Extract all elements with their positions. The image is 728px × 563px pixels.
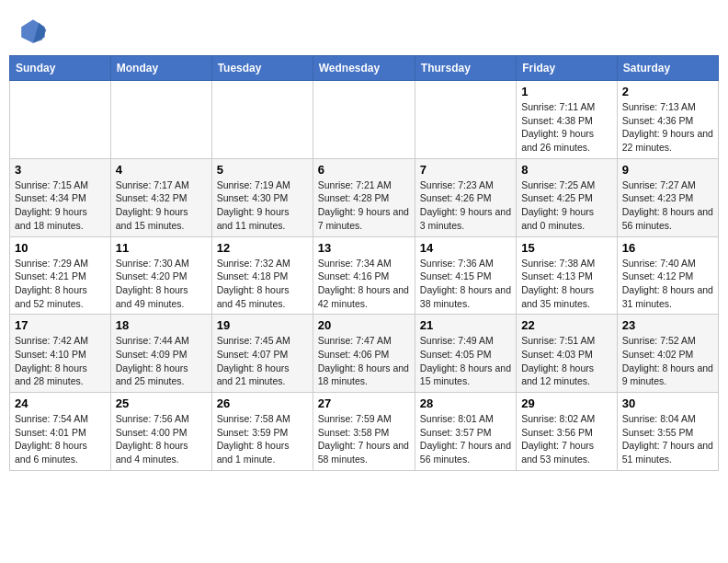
calendar-week-row: 10Sunrise: 7:29 AM Sunset: 4:21 PM Dayli…	[10, 236, 719, 315]
day-info: Sunrise: 8:01 AM Sunset: 3:57 PM Dayligh…	[420, 412, 511, 466]
day-info: Sunrise: 7:38 AM Sunset: 4:13 PM Dayligh…	[521, 257, 612, 311]
day-number: 18	[116, 318, 207, 332]
calendar-table: SundayMondayTuesdayWednesdayThursdayFrid…	[9, 55, 719, 471]
calendar-cell: 26Sunrise: 7:58 AM Sunset: 3:59 PM Dayli…	[211, 393, 313, 471]
calendar-cell: 4Sunrise: 7:17 AM Sunset: 4:32 PM Daylig…	[110, 158, 211, 236]
day-info: Sunrise: 7:59 AM Sunset: 3:58 PM Dayligh…	[318, 412, 410, 466]
day-info: Sunrise: 7:15 AM Sunset: 4:34 PM Dayligh…	[15, 178, 106, 233]
calendar-cell	[110, 81, 211, 159]
calendar-cell: 12Sunrise: 7:32 AM Sunset: 4:18 PM Dayli…	[211, 236, 313, 315]
day-number: 1	[521, 85, 612, 98]
logo	[18, 17, 51, 46]
page-header	[0, 0, 728, 55]
calendar-cell: 14Sunrise: 7:36 AM Sunset: 4:15 PM Dayli…	[415, 236, 516, 315]
calendar-week-row: 1Sunrise: 7:11 AM Sunset: 4:38 PM Daylig…	[10, 81, 719, 159]
weekday-header-saturday: Saturday	[617, 56, 718, 81]
calendar-cell	[415, 81, 516, 159]
day-info: Sunrise: 8:04 AM Sunset: 3:55 PM Dayligh…	[622, 412, 713, 466]
calendar-cell: 20Sunrise: 7:47 AM Sunset: 4:06 PM Dayli…	[313, 315, 415, 393]
calendar-week-row: 17Sunrise: 7:42 AM Sunset: 4:10 PM Dayli…	[10, 315, 719, 393]
calendar-cell	[313, 81, 415, 159]
day-info: Sunrise: 7:51 AM Sunset: 4:03 PM Dayligh…	[521, 334, 612, 388]
day-number: 28	[420, 396, 511, 410]
calendar-cell: 6Sunrise: 7:21 AM Sunset: 4:28 PM Daylig…	[313, 158, 415, 236]
calendar-cell: 5Sunrise: 7:19 AM Sunset: 4:30 PM Daylig…	[211, 158, 313, 236]
weekday-header-friday: Friday	[517, 56, 618, 81]
calendar-cell	[211, 81, 313, 159]
day-info: Sunrise: 7:56 AM Sunset: 4:00 PM Dayligh…	[116, 412, 207, 466]
day-number: 17	[15, 318, 106, 332]
day-info: Sunrise: 7:45 AM Sunset: 4:07 PM Dayligh…	[217, 334, 308, 388]
day-info: Sunrise: 7:42 AM Sunset: 4:10 PM Dayligh…	[15, 334, 106, 388]
weekday-header-thursday: Thursday	[415, 56, 516, 81]
day-info: Sunrise: 7:27 AM Sunset: 4:23 PM Dayligh…	[622, 178, 713, 233]
calendar-cell: 13Sunrise: 7:34 AM Sunset: 4:16 PM Dayli…	[313, 236, 415, 315]
day-info: Sunrise: 7:11 AM Sunset: 4:38 PM Dayligh…	[521, 100, 612, 155]
calendar-week-row: 3Sunrise: 7:15 AM Sunset: 4:34 PM Daylig…	[10, 158, 719, 236]
weekday-header-monday: Monday	[110, 56, 211, 81]
day-number: 25	[116, 396, 207, 410]
calendar-header: SundayMondayTuesdayWednesdayThursdayFrid…	[10, 56, 719, 81]
day-number: 26	[217, 396, 308, 410]
calendar-wrapper: SundayMondayTuesdayWednesdayThursdayFrid…	[0, 55, 728, 480]
day-number: 3	[15, 163, 106, 177]
day-number: 10	[15, 241, 106, 255]
day-info: Sunrise: 7:32 AM Sunset: 4:18 PM Dayligh…	[217, 257, 308, 311]
day-number: 27	[318, 396, 410, 410]
day-info: Sunrise: 8:02 AM Sunset: 3:56 PM Dayligh…	[521, 412, 612, 466]
day-number: 22	[521, 318, 612, 332]
day-number: 19	[217, 318, 308, 332]
day-info: Sunrise: 7:54 AM Sunset: 4:01 PM Dayligh…	[15, 412, 106, 466]
day-number: 7	[420, 163, 511, 177]
day-number: 20	[318, 318, 410, 332]
calendar-cell: 25Sunrise: 7:56 AM Sunset: 4:00 PM Dayli…	[110, 393, 211, 471]
day-number: 5	[217, 163, 308, 177]
calendar-cell: 15Sunrise: 7:38 AM Sunset: 4:13 PM Dayli…	[517, 236, 618, 315]
weekday-header-row: SundayMondayTuesdayWednesdayThursdayFrid…	[10, 56, 719, 81]
day-info: Sunrise: 7:49 AM Sunset: 4:05 PM Dayligh…	[420, 334, 511, 388]
day-info: Sunrise: 7:13 AM Sunset: 4:36 PM Dayligh…	[622, 100, 713, 155]
day-info: Sunrise: 7:29 AM Sunset: 4:21 PM Dayligh…	[15, 257, 106, 311]
day-info: Sunrise: 7:25 AM Sunset: 4:25 PM Dayligh…	[521, 178, 612, 233]
day-number: 24	[15, 396, 106, 410]
calendar-cell: 27Sunrise: 7:59 AM Sunset: 3:58 PM Dayli…	[313, 393, 415, 471]
calendar-cell: 7Sunrise: 7:23 AM Sunset: 4:26 PM Daylig…	[415, 158, 516, 236]
day-number: 13	[318, 241, 410, 255]
calendar-cell: 3Sunrise: 7:15 AM Sunset: 4:34 PM Daylig…	[10, 158, 111, 236]
calendar-cell: 30Sunrise: 8:04 AM Sunset: 3:55 PM Dayli…	[617, 393, 718, 471]
day-number: 6	[318, 163, 410, 177]
day-info: Sunrise: 7:21 AM Sunset: 4:28 PM Dayligh…	[318, 178, 410, 233]
calendar-cell: 23Sunrise: 7:52 AM Sunset: 4:02 PM Dayli…	[617, 315, 718, 393]
weekday-header-sunday: Sunday	[10, 56, 111, 81]
day-number: 11	[116, 241, 207, 255]
calendar-cell: 18Sunrise: 7:44 AM Sunset: 4:09 PM Dayli…	[110, 315, 211, 393]
day-number: 23	[622, 318, 713, 332]
calendar-cell: 9Sunrise: 7:27 AM Sunset: 4:23 PM Daylig…	[617, 158, 718, 236]
calendar-cell: 2Sunrise: 7:13 AM Sunset: 4:36 PM Daylig…	[617, 81, 718, 159]
day-number: 2	[622, 85, 713, 98]
calendar-body: 1Sunrise: 7:11 AM Sunset: 4:38 PM Daylig…	[10, 81, 719, 471]
weekday-header-wednesday: Wednesday	[313, 56, 415, 81]
calendar-cell: 19Sunrise: 7:45 AM Sunset: 4:07 PM Dayli…	[211, 315, 313, 393]
day-number: 16	[622, 241, 713, 255]
day-info: Sunrise: 7:17 AM Sunset: 4:32 PM Dayligh…	[116, 178, 207, 233]
calendar-cell: 10Sunrise: 7:29 AM Sunset: 4:21 PM Dayli…	[10, 236, 111, 315]
day-info: Sunrise: 7:52 AM Sunset: 4:02 PM Dayligh…	[622, 334, 713, 388]
calendar-cell: 28Sunrise: 8:01 AM Sunset: 3:57 PM Dayli…	[415, 393, 516, 471]
calendar-cell: 22Sunrise: 7:51 AM Sunset: 4:03 PM Dayli…	[517, 315, 618, 393]
day-number: 4	[116, 163, 207, 177]
calendar-cell: 1Sunrise: 7:11 AM Sunset: 4:38 PM Daylig…	[517, 81, 618, 159]
day-info: Sunrise: 7:19 AM Sunset: 4:30 PM Dayligh…	[217, 178, 308, 233]
calendar-cell: 17Sunrise: 7:42 AM Sunset: 4:10 PM Dayli…	[10, 315, 111, 393]
day-number: 29	[521, 396, 612, 410]
day-number: 14	[420, 241, 511, 255]
calendar-cell	[10, 81, 111, 159]
day-number: 12	[217, 241, 308, 255]
day-info: Sunrise: 7:47 AM Sunset: 4:06 PM Dayligh…	[318, 334, 410, 388]
calendar-cell: 8Sunrise: 7:25 AM Sunset: 4:25 PM Daylig…	[517, 158, 618, 236]
day-number: 8	[521, 163, 612, 177]
calendar-week-row: 24Sunrise: 7:54 AM Sunset: 4:01 PM Dayli…	[10, 393, 719, 471]
calendar-cell: 11Sunrise: 7:30 AM Sunset: 4:20 PM Dayli…	[110, 236, 211, 315]
day-number: 9	[622, 163, 713, 177]
day-info: Sunrise: 7:40 AM Sunset: 4:12 PM Dayligh…	[622, 257, 713, 311]
